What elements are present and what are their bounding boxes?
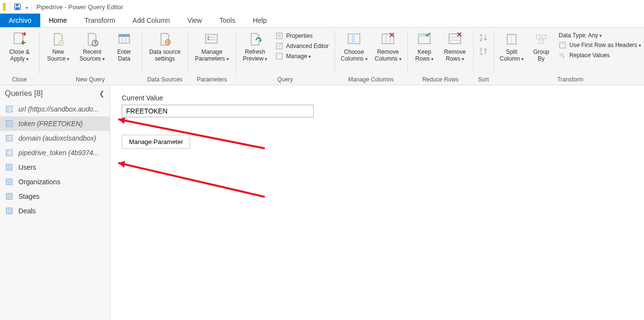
svg-rect-61 (7, 139, 9, 140)
data-type-label: Data Type: Any (559, 32, 602, 39)
tab-help[interactable]: Help (244, 14, 275, 27)
enter-data-button[interactable]: Enter Data (112, 31, 137, 63)
advanced-editor-button[interactable]: Advanced Editor (274, 42, 330, 50)
qat-customize-icon[interactable] (25, 3, 28, 11)
recent-sources-button[interactable]: Recent Sources (78, 31, 107, 63)
group-reduce-rows-label: Reduce Rows (412, 76, 468, 85)
query-item[interactable]: url (https://sandbox.audo... (0, 102, 110, 116)
remove-rows-button[interactable]: Remove Rows (441, 31, 468, 63)
svg-point-11 (167, 41, 169, 43)
query-item[interactable]: Organizations (0, 175, 110, 189)
split-column-label: Split Column (500, 49, 524, 63)
svg-rect-50 (7, 108, 9, 109)
group-close: Close & Apply Close (0, 28, 39, 85)
choose-columns-button[interactable]: Choose Columns (339, 31, 369, 63)
query-item[interactable]: Deals (0, 204, 110, 218)
svg-rect-54 (6, 121, 12, 127)
svg-rect-49 (6, 106, 12, 112)
manage-button[interactable]: Manage (274, 52, 330, 61)
current-value-input[interactable] (122, 105, 314, 117)
manage-parameters-icon (203, 31, 221, 48)
query-item[interactable]: pipedrive_token (4b9374... (0, 145, 110, 160)
svg-rect-21 (276, 53, 282, 59)
manage-icon (275, 52, 283, 60)
new-source-button[interactable]: New Source (44, 31, 73, 63)
queries-pane: Queries [8] ❮ url (https://sandbox.audo.… (0, 85, 110, 320)
close-apply-button[interactable]: Close & Apply (5, 31, 34, 63)
parameter-icon (5, 119, 14, 128)
advanced-editor-icon (275, 42, 283, 50)
properties-button[interactable]: Properties (274, 32, 330, 40)
parameter-icon (5, 134, 14, 143)
group-query: Refresh Preview Properties Advanced Edit… (236, 28, 335, 85)
queries-list: url (https://sandbox.audo...token (FREET… (0, 102, 110, 218)
data-source-settings-button[interactable]: Data source settings (146, 31, 183, 63)
group-new-query: New Source Recent Sources Enter Data New… (39, 28, 142, 85)
svg-rect-15 (208, 36, 209, 38)
replace-values-label: Replace Values (569, 52, 610, 59)
svg-point-4 (59, 41, 64, 46)
tab-add-column[interactable]: Add Column (124, 14, 178, 27)
tab-view[interactable]: View (178, 14, 210, 27)
group-by-label: Group By (533, 49, 549, 63)
keep-rows-button[interactable]: Keep Rows (412, 31, 436, 63)
ribbon: Close & Apply Close New Source Recent So… (0, 28, 644, 85)
remove-columns-icon (379, 31, 397, 48)
svg-rect-59 (6, 135, 12, 141)
svg-rect-3 (14, 33, 23, 44)
query-item-label: pipedrive_token (4b9374... (18, 149, 99, 157)
query-item-label: token (FREETOKEN) (18, 120, 83, 128)
svg-rect-20 (276, 43, 282, 49)
svg-text:A: A (480, 51, 483, 56)
refresh-preview-button[interactable]: Refresh Preview (241, 31, 270, 63)
group-manage-columns: Choose Columns Remove Columns Manage Col… (335, 28, 407, 85)
group-transform: Split Column Group By Data Type: Any Use… (494, 28, 644, 85)
query-item[interactable]: token (FREETOKEN) (0, 116, 110, 131)
data-type-button[interactable]: Data Type: Any (558, 32, 642, 39)
first-row-headers-button[interactable]: Use First Row as Headers (558, 41, 642, 49)
svg-rect-51 (7, 110, 9, 111)
queries-header[interactable]: Queries [8] ❮ (0, 85, 110, 102)
query-item-label: Stages (18, 192, 40, 200)
svg-text:2: 2 (563, 55, 564, 59)
tab-file[interactable]: Archivo (0, 14, 40, 27)
data-source-settings-label: Data source settings (149, 49, 181, 63)
group-by-button[interactable]: Group By (530, 31, 553, 63)
split-column-button[interactable]: Split Column (499, 31, 525, 63)
new-source-icon (49, 31, 67, 48)
manage-parameter-button[interactable]: Manage Parameter (122, 135, 190, 149)
save-icon[interactable] (13, 2, 22, 11)
svg-rect-65 (7, 151, 9, 152)
replace-values-button[interactable]: 12 Replace Values (558, 51, 642, 60)
queries-header-label: Queries [8] (5, 89, 43, 98)
tab-transform[interactable]: Transform (76, 14, 124, 27)
remove-rows-icon (446, 31, 464, 48)
svg-rect-60 (7, 137, 9, 138)
group-sort: AZ ZA Sort (473, 28, 494, 85)
query-item[interactable]: Stages (0, 189, 110, 204)
manage-parameters-button[interactable]: Manage Parameters (193, 31, 231, 63)
keep-rows-icon (416, 31, 433, 48)
group-new-query-label: New Query (44, 76, 137, 85)
refresh-icon (246, 31, 264, 48)
sort-desc-icon[interactable]: ZA (479, 47, 488, 58)
tab-tools[interactable]: Tools (210, 14, 244, 27)
remove-columns-button[interactable]: Remove Columns (373, 31, 402, 63)
replace-values-icon: 12 (559, 51, 566, 59)
svg-rect-23 (352, 34, 355, 44)
group-sort-label: Sort (478, 76, 489, 85)
query-item[interactable]: domain (audoxclsandbox) (0, 131, 110, 145)
manage-parameters-label: Manage Parameters (195, 49, 229, 63)
close-apply-icon (11, 31, 28, 48)
collapse-chevron-icon[interactable]: ❮ (99, 90, 105, 97)
tab-home[interactable]: Home (40, 14, 76, 27)
query-item-label: Users (18, 163, 36, 171)
svg-rect-69 (6, 164, 12, 170)
sort-asc-icon[interactable]: AZ (479, 32, 488, 44)
parameter-icon (5, 105, 14, 113)
query-item[interactable]: Users (0, 160, 110, 175)
svg-text:1: 1 (559, 52, 561, 56)
group-reduce-rows: Keep Rows Remove Rows Reduce Rows (407, 28, 473, 85)
svg-rect-42 (560, 42, 565, 44)
window-title: Pipedrive - Power Query Editor (36, 3, 123, 11)
